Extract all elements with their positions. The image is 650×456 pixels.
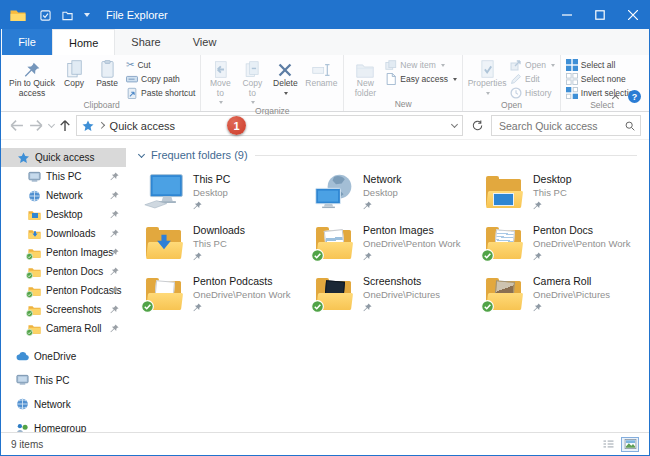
close-button[interactable] bbox=[616, 1, 649, 29]
sidebar-item-network-root[interactable]: Network bbox=[1, 392, 126, 416]
breadcrumb-location[interactable]: Quick access bbox=[110, 120, 175, 132]
copy-to-button[interactable]: Copy to bbox=[236, 55, 268, 106]
title-bar: File Explorer bbox=[1, 1, 649, 29]
new-folder-button[interactable]: New folder bbox=[347, 55, 383, 98]
edit-button[interactable]: Edit bbox=[508, 72, 557, 86]
ribbon-group-label: Open bbox=[466, 100, 557, 112]
new-folder-icon bbox=[356, 63, 374, 78]
new-item-button[interactable]: New item bbox=[383, 58, 459, 72]
tab-file[interactable]: File bbox=[2, 29, 52, 55]
rename-icon bbox=[312, 62, 331, 78]
sidebar-item-onedrive[interactable]: OneDrive bbox=[1, 344, 126, 368]
back-icon[interactable] bbox=[9, 119, 24, 132]
tile-penton-podcasts[interactable]: Penton Podcasts OneDrive\Penton Work bbox=[139, 272, 309, 323]
address-dropdown-chevron-icon[interactable] bbox=[451, 121, 458, 128]
collapse-ribbon-icon[interactable] bbox=[612, 94, 619, 101]
paste-shortcut-button[interactable]: Paste shortcut bbox=[124, 86, 197, 100]
tile-this-pc[interactable]: This PC Desktop bbox=[139, 170, 309, 221]
sidebar-item-penton-podcasts[interactable]: Penton Podcasts bbox=[1, 281, 126, 300]
tile-network[interactable]: Network Desktop bbox=[309, 170, 479, 221]
status-bar: 9 items bbox=[1, 432, 649, 455]
pin-icon[interactable] bbox=[110, 210, 119, 219]
tile-camera-roll[interactable]: Camera Roll OneDrive\Pictures bbox=[479, 272, 649, 323]
sidebar-item-downloads[interactable]: Downloads bbox=[1, 224, 126, 243]
details-view-button[interactable] bbox=[599, 437, 617, 452]
tab-home[interactable]: Home bbox=[52, 29, 115, 55]
onedrive-cloud-icon bbox=[16, 350, 29, 362]
up-icon[interactable] bbox=[59, 119, 71, 132]
window-title: File Explorer bbox=[106, 9, 168, 21]
ribbon-group-label: Clipboard bbox=[6, 100, 197, 112]
tile-desktop[interactable]: Desktop This PC bbox=[479, 170, 649, 221]
tile-downloads[interactable]: Downloads This PC bbox=[139, 221, 309, 272]
new-folder-quick-icon[interactable] bbox=[62, 10, 73, 21]
help-icon[interactable]: ? bbox=[628, 90, 641, 103]
sidebar-item-screenshots[interactable]: Screenshots bbox=[1, 300, 126, 319]
minimize-button[interactable] bbox=[550, 1, 583, 29]
sidebar-item-penton-docs[interactable]: Penton Docs bbox=[1, 262, 126, 281]
pin-icon[interactable] bbox=[110, 324, 119, 333]
pin-icon[interactable] bbox=[110, 248, 119, 257]
properties-button[interactable]: Properties bbox=[466, 55, 508, 97]
sync-check-icon bbox=[26, 291, 33, 298]
refresh-button[interactable] bbox=[468, 117, 486, 135]
properties-quick-icon[interactable] bbox=[40, 10, 51, 21]
pin-icon bbox=[533, 201, 542, 210]
desktop-mini-icon bbox=[32, 213, 38, 219]
collapse-group-chevron-icon[interactable] bbox=[138, 150, 145, 157]
move-to-button[interactable]: Move to bbox=[204, 55, 236, 106]
sidebar-item-this-pc[interactable]: This PC bbox=[1, 167, 126, 186]
sidebar-item-network[interactable]: Network bbox=[1, 186, 126, 205]
ribbon-group-open: Properties Open Edit History Open bbox=[463, 55, 561, 111]
tile-penton-docs[interactable]: Penton Docs OneDrive\Penton Work bbox=[479, 221, 649, 272]
select-none-button[interactable]: Select none bbox=[564, 72, 640, 86]
sidebar-item-quick-access[interactable]: Quick access bbox=[1, 148, 126, 167]
sidebar-item-homegroup[interactable]: Homegroup bbox=[1, 416, 126, 432]
address-box[interactable]: Quick access 1 bbox=[76, 115, 463, 136]
tile-screenshots[interactable]: Screenshots OneDrive\Pictures bbox=[309, 272, 479, 323]
sync-check-icon bbox=[311, 300, 324, 313]
breadcrumb-chevron-icon[interactable] bbox=[98, 122, 104, 128]
copy-button[interactable]: Copy bbox=[58, 55, 90, 89]
select-all-button[interactable]: Select all bbox=[564, 58, 640, 72]
customize-toolbar-caret-icon[interactable] bbox=[84, 13, 90, 20]
ribbon: Pin to Quick access Copy Paste ✂Cut Copy… bbox=[1, 55, 649, 112]
tab-share[interactable]: Share bbox=[115, 29, 176, 55]
cut-button[interactable]: ✂Cut bbox=[124, 58, 197, 72]
sidebar-item-desktop[interactable]: Desktop bbox=[1, 205, 126, 224]
delete-button[interactable]: Delete bbox=[268, 55, 302, 97]
copy-path-icon bbox=[126, 73, 138, 85]
sidebar-item-camera-roll[interactable]: Camera Roll bbox=[1, 319, 126, 338]
podcasts-folder-icon bbox=[145, 278, 183, 310]
sidebar-item-penton-images[interactable]: Penton Images bbox=[1, 243, 126, 262]
sync-check-icon bbox=[26, 329, 33, 336]
sidebar-item-this-pc-root[interactable]: This PC bbox=[1, 368, 126, 392]
open-button[interactable]: Open bbox=[508, 58, 557, 72]
easy-access-button[interactable]: Easy access bbox=[383, 72, 459, 86]
search-input[interactable] bbox=[497, 119, 621, 133]
pin-icon[interactable] bbox=[110, 172, 119, 181]
tab-view[interactable]: View bbox=[177, 29, 233, 55]
rename-button[interactable]: Rename bbox=[302, 55, 340, 89]
ribbon-group-label: New bbox=[347, 99, 459, 111]
large-icons-view-button[interactable] bbox=[621, 437, 639, 452]
copy-path-button[interactable]: Copy path bbox=[124, 72, 197, 86]
group-header-frequent-folders[interactable]: Frequent folders (9) bbox=[139, 149, 649, 161]
pin-icon[interactable] bbox=[110, 229, 119, 238]
pin-icon[interactable] bbox=[110, 286, 119, 295]
forward-icon[interactable] bbox=[29, 119, 44, 132]
tile-penton-images[interactable]: Penton Images OneDrive\Penton Work bbox=[309, 221, 479, 272]
search-icon[interactable] bbox=[625, 121, 635, 131]
maximize-button[interactable] bbox=[583, 1, 616, 29]
new-item-icon bbox=[385, 59, 397, 71]
history-button[interactable]: History bbox=[508, 86, 557, 100]
recent-locations-chevron-icon[interactable] bbox=[48, 121, 55, 128]
paste-button[interactable]: Paste bbox=[90, 55, 124, 89]
pin-icon[interactable] bbox=[110, 191, 119, 200]
pin-icon[interactable] bbox=[110, 267, 119, 276]
homegroup-icon bbox=[16, 422, 29, 432]
paste-shortcut-icon bbox=[126, 87, 138, 99]
pin-to-quick-access-button[interactable]: Pin to Quick access bbox=[6, 55, 58, 98]
globe-icon bbox=[28, 190, 41, 202]
pin-icon[interactable] bbox=[110, 305, 119, 314]
